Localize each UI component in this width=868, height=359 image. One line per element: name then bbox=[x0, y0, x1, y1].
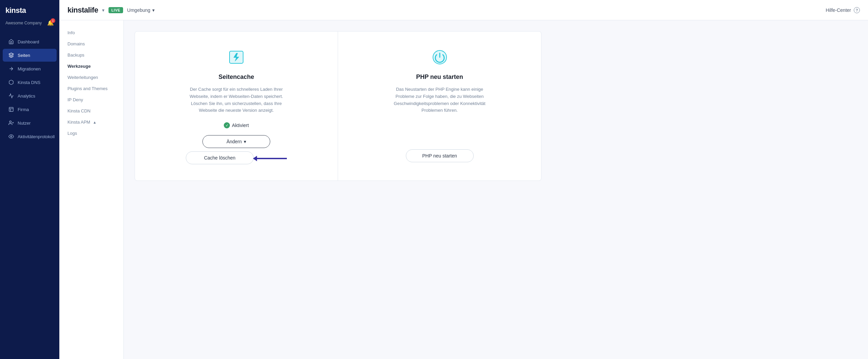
status-active-icon: ✓ bbox=[224, 122, 230, 128]
sidebar-nav: Dashboard Seiten Migrationen Kinsta DNS bbox=[0, 32, 59, 359]
sub-nav-kinsta-apm[interactable]: Kinsta APM ▲ bbox=[59, 117, 123, 128]
sub-nav-info[interactable]: Info bbox=[59, 27, 123, 38]
php-restart-button[interactable]: PHP neu starten bbox=[406, 149, 474, 162]
analytics-icon bbox=[8, 93, 14, 99]
help-circle-icon: ? bbox=[854, 7, 860, 13]
layers-icon bbox=[8, 52, 14, 58]
svg-point-5 bbox=[11, 136, 12, 137]
env-selector[interactable]: Umgebung ▾ bbox=[127, 7, 155, 13]
sidebar-item-label: Analytics bbox=[18, 93, 35, 99]
php-desc: Das Neustarten der PHP Engine kann einig… bbox=[389, 86, 491, 114]
sidebar-company-area: Awesome Company 🔔 1 bbox=[0, 18, 59, 32]
sub-nav-backups[interactable]: Backups bbox=[59, 49, 123, 61]
tools-grid: Seitencache Der Cache sorgt für ein schn… bbox=[135, 31, 541, 181]
chevron-down-icon: ▾ bbox=[244, 139, 246, 144]
header-left: kinstalife ▾ LIVE Umgebung ▾ bbox=[67, 6, 155, 15]
sidebar-item-analytics[interactable]: Analytics bbox=[3, 89, 57, 102]
site-name: kinstalife bbox=[67, 6, 98, 15]
sidebar-item-aktivitaeten[interactable]: Aktivitätenprotokoll bbox=[3, 130, 57, 143]
arrow-head bbox=[253, 156, 257, 161]
cache-clear-button[interactable]: Cache löschen bbox=[186, 151, 254, 164]
php-restart-icon bbox=[430, 48, 449, 67]
change-button[interactable]: Ändern ▾ bbox=[202, 135, 270, 148]
help-center-link[interactable]: Hilfe-Center ? bbox=[826, 7, 860, 13]
cache-card: Seitencache Der Cache sorgt für ein schn… bbox=[135, 31, 338, 181]
sidebar-item-label: Seiten bbox=[18, 53, 30, 58]
sidebar-item-firma[interactable]: Firma bbox=[3, 103, 57, 116]
cache-btn-row: Ändern ▾ Cache löschen bbox=[149, 135, 324, 164]
sub-nav-logs[interactable]: Logs bbox=[59, 128, 123, 139]
cache-clear-row: Cache löschen bbox=[186, 151, 287, 164]
sidebar-item-label: Nutzer bbox=[18, 121, 31, 126]
home-icon bbox=[8, 39, 14, 45]
firm-icon bbox=[8, 106, 14, 112]
cache-title: Seitencache bbox=[218, 73, 254, 81]
php-title: PHP neu starten bbox=[416, 73, 463, 81]
cache-icon bbox=[227, 48, 246, 67]
sidebar-item-dashboard[interactable]: Dashboard bbox=[3, 35, 57, 48]
live-badge: LIVE bbox=[108, 7, 123, 13]
php-card: PHP neu starten Das Neustarten der PHP E… bbox=[338, 31, 541, 181]
svg-point-2 bbox=[9, 121, 11, 123]
upgrade-icon: ▲ bbox=[93, 120, 97, 124]
sub-nav-ip-deny[interactable]: IP Deny bbox=[59, 94, 123, 105]
cache-status-label: Aktiviert bbox=[232, 123, 249, 128]
arrow-annotation bbox=[254, 158, 287, 159]
content-area: Info Domains Backups Werkzeuge Weiterlei… bbox=[59, 20, 868, 359]
svg-rect-1 bbox=[9, 107, 13, 111]
help-center-label: Hilfe-Center bbox=[826, 7, 851, 13]
sidebar-item-label: Firma bbox=[18, 107, 29, 112]
dns-icon bbox=[8, 79, 14, 85]
sub-sidebar: Info Domains Backups Werkzeuge Weiterlei… bbox=[59, 20, 124, 359]
sidebar: kinsta Awesome Company 🔔 1 Dashboard Sei… bbox=[0, 0, 59, 359]
sub-nav-weiterleitungen[interactable]: Weiterleitungen bbox=[59, 72, 123, 83]
kinsta-apm-label: Kinsta APM bbox=[67, 120, 90, 125]
sidebar-item-kinsta-dns[interactable]: Kinsta DNS bbox=[3, 76, 57, 89]
eye-icon bbox=[8, 133, 14, 140]
user-plus-icon bbox=[8, 120, 14, 126]
notification-badge: 1 bbox=[51, 18, 55, 23]
env-chevron-icon: ▾ bbox=[152, 7, 155, 13]
cache-desc: Der Cache sorgt für ein schnelleres Lade… bbox=[185, 86, 287, 114]
notification-bell[interactable]: 🔔 1 bbox=[47, 20, 54, 26]
sub-nav-werkzeuge[interactable]: Werkzeuge bbox=[59, 61, 123, 72]
logo: kinsta bbox=[5, 6, 26, 15]
arrow-line bbox=[256, 158, 287, 159]
page-content: Seitencache Der Cache sorgt für ein schn… bbox=[124, 20, 868, 359]
company-name: Awesome Company bbox=[5, 21, 42, 25]
top-header: kinstalife ▾ LIVE Umgebung ▾ Hilfe-Cente… bbox=[59, 0, 868, 20]
sidebar-item-seiten[interactable]: Seiten bbox=[3, 49, 57, 62]
migrate-icon bbox=[8, 66, 14, 72]
sidebar-item-label: Dashboard bbox=[18, 39, 39, 44]
sidebar-item-label: Migrationen bbox=[18, 66, 41, 71]
site-dropdown-chevron[interactable]: ▾ bbox=[102, 7, 104, 13]
sidebar-item-label: Kinsta DNS bbox=[18, 80, 40, 85]
main-area: kinstalife ▾ LIVE Umgebung ▾ Hilfe-Cente… bbox=[59, 0, 868, 359]
sidebar-logo-area: kinsta bbox=[0, 0, 59, 18]
sidebar-item-migrationen[interactable]: Migrationen bbox=[3, 62, 57, 75]
sub-nav-kinsta-cdn[interactable]: Kinsta CDN bbox=[59, 105, 123, 117]
svg-marker-0 bbox=[9, 53, 13, 55]
env-label: Umgebung bbox=[127, 7, 151, 13]
sidebar-item-label: Aktivitätenprotokoll bbox=[18, 134, 55, 139]
sub-nav-domains[interactable]: Domains bbox=[59, 38, 123, 49]
sidebar-item-nutzer[interactable]: Nutzer bbox=[3, 117, 57, 129]
sub-nav-plugins-themes[interactable]: Plugins and Themes bbox=[59, 83, 123, 94]
cache-status-row: ✓ Aktiviert bbox=[224, 122, 249, 128]
